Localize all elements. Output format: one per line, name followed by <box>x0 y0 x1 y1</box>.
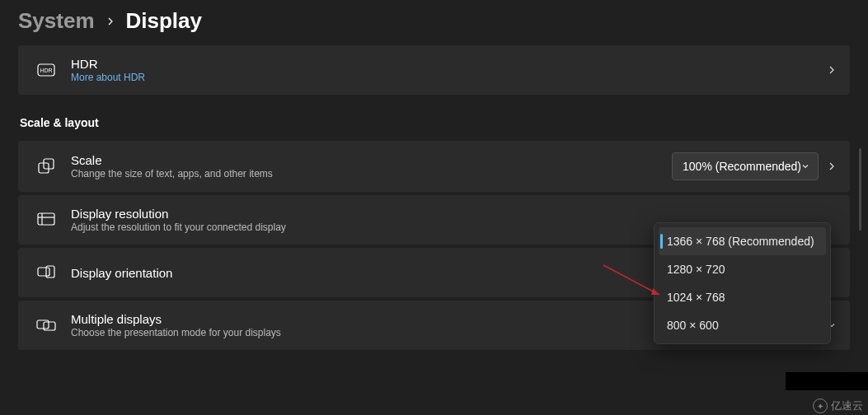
hdr-icon: HDR <box>31 63 61 77</box>
orientation-title: Display orientation <box>71 266 680 280</box>
watermark: ✦ 亿速云 <box>813 399 863 413</box>
chevron-right-icon <box>827 65 837 75</box>
chevron-down-icon <box>801 162 809 170</box>
resolution-option[interactable]: 800 × 600 <box>659 311 826 339</box>
resolution-dropdown[interactable]: 1366 × 768 (Recommended) 1280 × 720 1024… <box>654 222 831 344</box>
globe-icon: ✦ <box>813 399 828 413</box>
resolution-option[interactable]: 1366 × 768 (Recommended) <box>659 227 826 255</box>
chevron-right-icon <box>106 15 115 28</box>
decorative-bar <box>786 372 868 390</box>
scale-icon <box>31 157 61 175</box>
resolution-option[interactable]: 1024 × 768 <box>659 283 826 311</box>
resolution-subtitle: Adjust the resolution to fit your connec… <box>71 221 680 233</box>
resolution-option[interactable]: 1280 × 720 <box>659 255 826 283</box>
scrollbar-thumb[interactable] <box>859 148 861 231</box>
multiple-displays-icon <box>31 318 61 333</box>
breadcrumb: System Display <box>0 0 868 45</box>
scale-title: Scale <box>71 153 672 167</box>
resolution-icon <box>31 212 61 227</box>
hdr-more-link[interactable]: More about HDR <box>71 72 827 83</box>
svg-rect-4 <box>38 213 54 225</box>
scale-row[interactable]: Scale Change the size of text, apps, and… <box>18 141 850 192</box>
scale-subtitle: Change the size of text, apps, and other… <box>71 168 672 180</box>
watermark-text: 亿速云 <box>831 399 863 413</box>
orientation-icon <box>31 265 61 280</box>
resolution-title: Display resolution <box>71 207 680 221</box>
hdr-title: HDR <box>71 57 827 71</box>
svg-text:HDR: HDR <box>40 68 52 73</box>
scale-select[interactable]: 100% (Recommended) <box>672 152 819 180</box>
hdr-row[interactable]: HDR HDR More about HDR <box>18 45 850 95</box>
breadcrumb-parent[interactable]: System <box>18 8 95 34</box>
section-header-scale-layout: Scale & layout <box>18 98 850 141</box>
scale-select-value: 100% (Recommended) <box>683 160 801 173</box>
breadcrumb-current: Display <box>126 8 203 34</box>
svg-rect-7 <box>38 268 49 276</box>
chevron-right-icon <box>827 161 837 171</box>
